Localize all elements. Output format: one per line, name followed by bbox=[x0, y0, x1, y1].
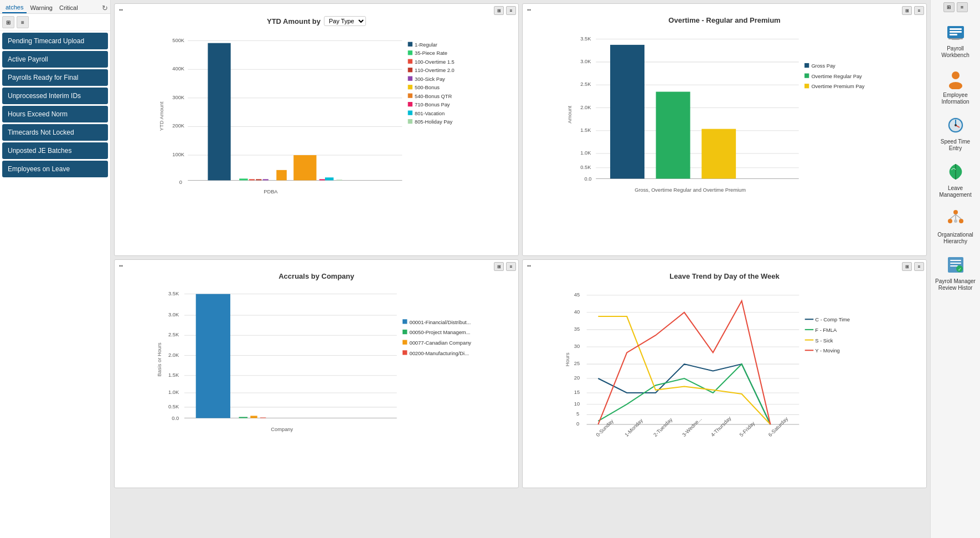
svg-text:1-Monday: 1-Monday bbox=[624, 418, 644, 438]
svg-text:1.5K: 1.5K bbox=[580, 127, 591, 133]
svg-line-157 bbox=[956, 214, 961, 219]
sidebar-item-pending-timecard[interactable]: Pending Timecard Upload bbox=[2, 33, 108, 49]
ytd-panel-header: ⊞ ≡ bbox=[494, 6, 516, 15]
organizational-hierarchy-label: Organizational Hierarchy bbox=[935, 232, 976, 245]
svg-text:F - FMLA: F - FMLA bbox=[815, 327, 837, 333]
sidebar-tabs: atches Warning Critical ↻ bbox=[0, 0, 110, 14]
svg-rect-12 bbox=[208, 43, 230, 181]
leave-trend-collapse-icon[interactable]: ▪▪ bbox=[527, 263, 531, 269]
overtime-chart-area: 3.5K 3.0K 2.5K 2.0K 1.5K 1.0K 0.5K 0.0 bbox=[527, 29, 922, 206]
svg-text:3.0K: 3.0K bbox=[168, 312, 179, 317]
nav-payroll-manager-review[interactable]: ✓ Payroll Manager Review Histor bbox=[933, 250, 978, 295]
svg-text:400K: 400K bbox=[172, 66, 184, 71]
svg-text:15: 15 bbox=[574, 390, 580, 395]
sidebar-item-unposted-je[interactable]: Unposted JE Batches bbox=[2, 142, 108, 159]
svg-text:Company: Company bbox=[271, 427, 293, 432]
sidebar-item-hours-exceed[interactable]: Hours Exceed Norm bbox=[2, 106, 108, 122]
leave-trend-icon-menu[interactable]: ≡ bbox=[914, 262, 924, 271]
main-content: ⊞ ≡ ▪▪ YTD Amount by Pay Type 500K 400K … bbox=[111, 0, 930, 538]
svg-rect-42 bbox=[408, 119, 412, 124]
svg-rect-162 bbox=[950, 265, 958, 267]
svg-rect-93 bbox=[403, 319, 407, 324]
accruals-chart-svg: 3.5K 3.0K 2.5K 2.0K 1.5K 1.0K 0.5K 0.0 bbox=[119, 285, 514, 440]
svg-point-155 bbox=[954, 219, 957, 223]
sidebar-icon-list[interactable]: ≡ bbox=[17, 16, 29, 28]
svg-text:5-Friday: 5-Friday bbox=[739, 421, 756, 438]
sidebar-item-employees-on-leave[interactable]: Employees on Leave bbox=[2, 161, 108, 177]
svg-point-145 bbox=[949, 82, 962, 89]
svg-text:300-Sick Pay: 300-Sick Pay bbox=[415, 76, 445, 82]
svg-rect-17 bbox=[276, 170, 287, 181]
svg-text:805-Holiday Pay: 805-Holiday Pay bbox=[415, 119, 452, 125]
leave-trend-icon-expand[interactable]: ⊞ bbox=[902, 262, 912, 271]
nav-organizational-hierarchy[interactable]: Organizational Hierarchy bbox=[933, 204, 978, 248]
svg-text:20: 20 bbox=[574, 375, 580, 381]
right-icon-grid[interactable]: ⊞ bbox=[943, 2, 955, 12]
svg-text:00001-Financial/Distribut...: 00001-Financial/Distribut... bbox=[410, 320, 471, 325]
svg-text:Gross Pay: Gross Pay bbox=[811, 63, 835, 69]
right-icon-list[interactable]: ≡ bbox=[957, 2, 968, 12]
nav-speed-time-entry[interactable]: Speed Time Entry bbox=[933, 111, 978, 155]
svg-rect-65 bbox=[804, 63, 809, 68]
ytd-collapse-icon[interactable]: ▪▪ bbox=[119, 7, 123, 13]
svg-rect-67 bbox=[804, 74, 809, 78]
svg-rect-20 bbox=[325, 177, 333, 180]
svg-text:25: 25 bbox=[574, 361, 580, 366]
svg-text:2.0K: 2.0K bbox=[580, 105, 591, 110]
svg-rect-18 bbox=[293, 155, 316, 180]
sidebar-item-payrolls-ready[interactable]: Payrolls Ready for Final bbox=[2, 69, 108, 86]
tab-critical[interactable]: Critical bbox=[56, 3, 81, 13]
sidebar-item-timecards-not-locked[interactable]: Timecards Not Locked bbox=[2, 124, 108, 141]
svg-text:1.0K: 1.0K bbox=[168, 390, 179, 395]
accruals-collapse-icon[interactable]: ▪▪ bbox=[119, 263, 123, 269]
nav-employee-information[interactable]: Employee Information bbox=[933, 64, 978, 109]
svg-text:110-Overtime 2.0: 110-Overtime 2.0 bbox=[415, 68, 455, 73]
tab-batches[interactable]: atches bbox=[2, 2, 27, 13]
svg-rect-99 bbox=[403, 350, 407, 355]
sidebar-icons-row: ⊞ ≡ bbox=[0, 14, 110, 31]
tab-warning[interactable]: Warning bbox=[27, 3, 56, 13]
overtime-panel-header: ⊞ ≡ bbox=[902, 6, 924, 15]
overtime-collapse-icon[interactable]: ▪▪ bbox=[527, 7, 531, 13]
organizational-hierarchy-icon bbox=[945, 207, 967, 229]
svg-text:35-Piece Rate: 35-Piece Rate bbox=[415, 50, 447, 56]
ytd-icon-menu[interactable]: ≡ bbox=[506, 6, 516, 15]
employee-information-icon bbox=[945, 68, 967, 90]
overtime-icon-menu[interactable]: ≡ bbox=[914, 6, 924, 15]
ytd-chart-svg: 500K 400K 300K 200K 100K 0 bbox=[119, 30, 514, 208]
sidebar-item-active-payroll[interactable]: Active Payroll bbox=[2, 51, 108, 68]
overtime-icon-expand[interactable]: ⊞ bbox=[902, 6, 912, 15]
accruals-panel-header: ⊞ ≡ bbox=[494, 262, 516, 271]
svg-rect-16 bbox=[262, 179, 268, 180]
accruals-icon-menu[interactable]: ≡ bbox=[506, 262, 516, 271]
leave-management-icon bbox=[945, 161, 967, 183]
svg-text:✓: ✓ bbox=[958, 267, 962, 272]
accruals-icon-expand[interactable]: ⊞ bbox=[494, 262, 504, 271]
svg-rect-95 bbox=[403, 330, 407, 334]
sidebar-item-unprocessed-interim[interactable]: Unprocessed Interim IDs bbox=[2, 88, 108, 104]
nav-payroll-workbench[interactable]: Payroll Workbench bbox=[933, 18, 978, 62]
svg-text:Y - Moving: Y - Moving bbox=[815, 348, 839, 353]
refresh-icon[interactable]: ↻ bbox=[102, 4, 108, 12]
payroll-workbench-icon bbox=[945, 21, 967, 43]
ytd-icon-expand[interactable]: ⊞ bbox=[494, 6, 504, 15]
svg-text:Hours: Hours bbox=[565, 352, 571, 366]
sidebar-icon-grid[interactable]: ⊞ bbox=[2, 16, 14, 28]
svg-text:Overtime Regular Pay: Overtime Regular Pay bbox=[811, 74, 862, 79]
svg-text:0-Sunday: 0-Sunday bbox=[595, 418, 615, 438]
leave-trend-chart-svg: 45 40 35 30 25 20 15 10 5 0 bbox=[527, 285, 922, 440]
svg-text:00050-Project Managem...: 00050-Project Managem... bbox=[410, 330, 471, 335]
svg-text:Overtime Premium Pay: Overtime Premium Pay bbox=[811, 84, 864, 89]
ytd-title: YTD Amount by bbox=[267, 17, 321, 25]
overtime-chart-svg: 3.5K 3.0K 2.5K 2.0K 1.5K 1.0K 0.5K 0.0 bbox=[527, 29, 922, 206]
pay-type-dropdown[interactable]: Pay Type bbox=[324, 16, 366, 26]
svg-text:710-Bonus Pay: 710-Bonus Pay bbox=[415, 102, 450, 107]
svg-rect-88 bbox=[239, 417, 248, 418]
svg-rect-143 bbox=[948, 38, 963, 39]
accruals-title: Accruals by Company bbox=[119, 272, 514, 280]
svg-rect-36 bbox=[408, 94, 412, 98]
payroll-workbench-label: Payroll Workbench bbox=[935, 45, 976, 59]
nav-items-container: Pending Timecard UploadActive PayrollPay… bbox=[0, 31, 110, 179]
nav-leave-management[interactable]: Leave Management bbox=[933, 157, 978, 202]
svg-point-153 bbox=[948, 219, 952, 223]
